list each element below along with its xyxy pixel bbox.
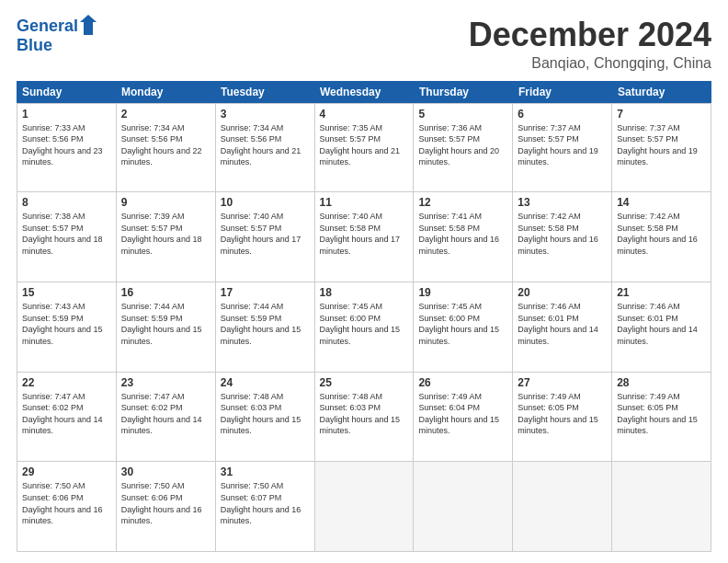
header: General Blue December 2024 Banqiao, Chon…: [17, 17, 711, 72]
header-wednesday: Wednesday: [314, 81, 414, 103]
cell-25: 25 Sunrise: 7:48 AMSunset: 6:03 PMDaylig…: [315, 373, 415, 463]
logo: General Blue: [17, 17, 97, 55]
logo-icon: [80, 15, 97, 35]
cell-27: 27 Sunrise: 7:49 AMSunset: 6:05 PMDaylig…: [513, 373, 612, 463]
header-saturday: Saturday: [612, 81, 711, 103]
cell-10: 10 Sunrise: 7:40 AMSunset: 5:57 PMDaylig…: [216, 192, 315, 282]
week-2: 8 Sunrise: 7:38 AMSunset: 5:57 PMDayligh…: [17, 192, 711, 282]
cell-29: 29 Sunrise: 7:50 AMSunset: 6:06 PMDaylig…: [17, 462, 117, 552]
cell-15: 15 Sunrise: 7:43 AMSunset: 5:59 PMDaylig…: [17, 282, 117, 373]
cell-empty-4: [612, 462, 711, 552]
cell-7: 7 Sunrise: 7:37 AMSunset: 5:57 PMDayligh…: [612, 103, 711, 193]
cell-9: 9 Sunrise: 7:39 AMSunset: 5:57 PMDayligh…: [117, 192, 216, 282]
cell-14: 14 Sunrise: 7:42 AMSunset: 5:58 PMDaylig…: [612, 192, 711, 282]
calendar-header: Sunday Monday Tuesday Wednesday Thursday…: [17, 81, 711, 103]
location: Banqiao, Chongqing, China: [469, 55, 711, 72]
cell-1: 1 Sunrise: 7:33 AMSunset: 5:56 PMDayligh…: [17, 103, 117, 193]
calendar-body: 1 Sunrise: 7:33 AMSunset: 5:56 PMDayligh…: [17, 103, 711, 552]
cell-empty-3: [513, 462, 612, 552]
header-monday: Monday: [116, 81, 215, 103]
cell-6: 6 Sunrise: 7:37 AMSunset: 5:57 PMDayligh…: [513, 103, 612, 193]
cell-24: 24 Sunrise: 7:48 AMSunset: 6:03 PMDaylig…: [216, 373, 315, 463]
week-1: 1 Sunrise: 7:33 AMSunset: 5:56 PMDayligh…: [17, 103, 711, 193]
cell-21: 21 Sunrise: 7:46 AMSunset: 6:01 PMDaylig…: [612, 282, 711, 373]
page: General Blue December 2024 Banqiao, Chon…: [0, 0, 728, 563]
cell-empty-2: [414, 462, 513, 552]
cell-26: 26 Sunrise: 7:49 AMSunset: 6:04 PMDaylig…: [414, 373, 513, 463]
cell-11: 11 Sunrise: 7:40 AMSunset: 5:58 PMDaylig…: [315, 192, 415, 282]
calendar: Sunday Monday Tuesday Wednesday Thursday…: [17, 81, 711, 552]
cell-5: 5 Sunrise: 7:36 AMSunset: 5:57 PMDayligh…: [414, 103, 513, 193]
logo-text2: Blue: [17, 37, 52, 55]
month-title: December 2024: [469, 17, 711, 53]
week-4: 22 Sunrise: 7:47 AMSunset: 6:02 PMDaylig…: [17, 373, 711, 463]
header-sunday: Sunday: [17, 81, 116, 103]
cell-12: 12 Sunrise: 7:41 AMSunset: 5:58 PMDaylig…: [414, 192, 513, 282]
header-friday: Friday: [513, 81, 612, 103]
cell-18: 18 Sunrise: 7:45 AMSunset: 6:00 PMDaylig…: [315, 282, 415, 373]
cell-17: 17 Sunrise: 7:44 AMSunset: 5:59 PMDaylig…: [216, 282, 315, 373]
cell-16: 16 Sunrise: 7:44 AMSunset: 5:59 PMDaylig…: [117, 282, 216, 373]
cell-empty-1: [315, 462, 415, 552]
cell-31: 31 Sunrise: 7:50 AMSunset: 6:07 PMDaylig…: [216, 462, 315, 552]
header-thursday: Thursday: [414, 81, 513, 103]
cell-2: 2 Sunrise: 7:34 AMSunset: 5:56 PMDayligh…: [117, 103, 216, 193]
cell-23: 23 Sunrise: 7:47 AMSunset: 6:02 PMDaylig…: [117, 373, 216, 463]
cell-30: 30 Sunrise: 7:50 AMSunset: 6:06 PMDaylig…: [117, 462, 216, 552]
cell-22: 22 Sunrise: 7:47 AMSunset: 6:02 PMDaylig…: [17, 373, 117, 463]
logo-text: General: [17, 17, 78, 36]
cell-3: 3 Sunrise: 7:34 AMSunset: 5:56 PMDayligh…: [216, 103, 315, 193]
cell-20: 20 Sunrise: 7:46 AMSunset: 6:01 PMDaylig…: [513, 282, 612, 373]
cell-13: 13 Sunrise: 7:42 AMSunset: 5:58 PMDaylig…: [513, 192, 612, 282]
header-tuesday: Tuesday: [215, 81, 314, 103]
title-block: December 2024 Banqiao, Chongqing, China: [469, 17, 711, 72]
cell-19: 19 Sunrise: 7:45 AMSunset: 6:00 PMDaylig…: [414, 282, 513, 373]
cell-28: 28 Sunrise: 7:49 AMSunset: 6:05 PMDaylig…: [612, 373, 711, 463]
cell-8: 8 Sunrise: 7:38 AMSunset: 5:57 PMDayligh…: [17, 192, 117, 282]
week-5: 29 Sunrise: 7:50 AMSunset: 6:06 PMDaylig…: [17, 462, 711, 552]
cell-4: 4 Sunrise: 7:35 AMSunset: 5:57 PMDayligh…: [315, 103, 415, 193]
week-3: 15 Sunrise: 7:43 AMSunset: 5:59 PMDaylig…: [17, 282, 711, 373]
